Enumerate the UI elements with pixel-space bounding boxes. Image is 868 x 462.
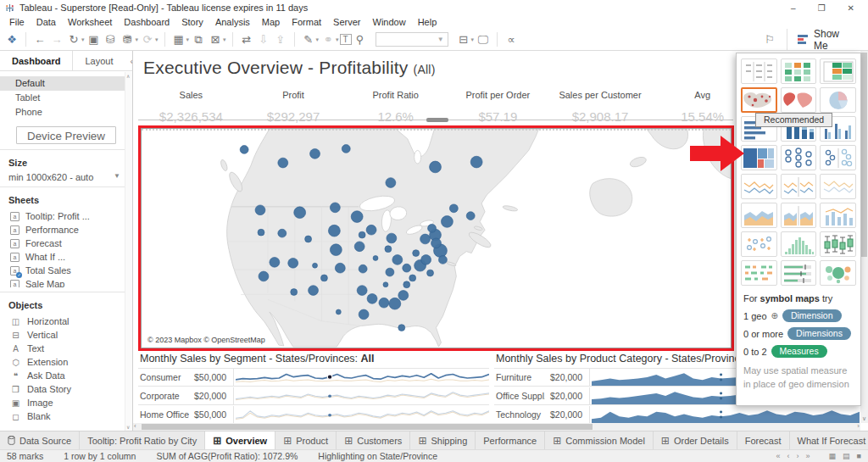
showme-lines-continuous[interactable] <box>741 174 777 199</box>
show-sheet-view-icon[interactable]: ■ <box>857 452 861 460</box>
show-tabs-view-icon[interactable]: ▦ <box>829 452 837 460</box>
scroll-up-icon[interactable]: ∧ <box>126 73 130 79</box>
tab-what-if-forecast[interactable]: What If Forecast <box>790 431 868 449</box>
menu-worksheet[interactable]: Worksheet <box>62 17 118 27</box>
object-blank[interactable]: ◻Blank <box>0 409 132 423</box>
showme-highlight-table[interactable] <box>781 58 817 84</box>
redo-button[interactable]: → <box>48 33 65 46</box>
save-button[interactable]: ▣ <box>86 33 103 46</box>
menu-story[interactable]: Story <box>175 17 209 27</box>
device-tablet[interactable]: Tablet <box>0 91 132 105</box>
device-phone[interactable]: Phone <box>0 105 132 120</box>
sheet-item[interactable]: aPerformance <box>0 223 132 237</box>
showme-bullet-graph[interactable] <box>781 260 817 286</box>
vertical-scrollbar[interactable]: ∨ <box>860 51 868 423</box>
tab-customers[interactable]: ⊞Customers <box>337 431 410 449</box>
size-select[interactable]: min 1000x620 - auto▼ <box>8 172 120 182</box>
showme-text-table[interactable] <box>741 58 777 84</box>
showme-dual-combination[interactable] <box>820 203 856 228</box>
scroll-right-icon[interactable]: › <box>857 422 860 430</box>
sort-ascending-button[interactable]: ⇩ <box>255 33 272 46</box>
first-story-point-icon[interactable]: « <box>776 452 781 460</box>
sidebar-scrollbar[interactable]: ∧∨ <box>125 72 132 431</box>
tab-order-details[interactable]: ⊞Order Details <box>654 431 737 449</box>
prev-story-point-icon[interactable]: ‹ <box>787 452 790 460</box>
tab-shipping[interactable]: ⊞Shipping <box>410 431 476 449</box>
show-me-button[interactable]: Show Me <box>787 29 868 50</box>
menu-data[interactable]: Data <box>31 17 62 27</box>
showme-pie-chart[interactable] <box>820 87 856 113</box>
segment-row-corporate[interactable]: Corporate$20,000 <box>138 387 489 405</box>
showme-lines-discrete[interactable] <box>781 174 817 199</box>
showme-packed-bubbles[interactable] <box>820 260 856 286</box>
sort-descending-button[interactable]: ⇪ <box>272 33 289 46</box>
showme-treemap[interactable] <box>741 145 777 170</box>
showme-histogram[interactable] <box>781 231 817 257</box>
fit-select[interactable]: ▼ <box>376 32 448 47</box>
collapse-pane-icon[interactable]: ‹ <box>125 56 134 66</box>
tab-tooltip-profit-ratio[interactable]: Tooltip: Profit Ratio by City <box>80 431 205 449</box>
maximize-button[interactable]: ❐ <box>818 3 826 13</box>
minimize-button[interactable]: – <box>791 3 796 13</box>
undo-button[interactable]: ← <box>31 33 48 46</box>
pause-updates-button[interactable]: ⛃ <box>120 33 136 46</box>
symbol-map[interactable]: © 2023 Mapbox © OpenStreetMap <box>141 128 732 348</box>
showme-symbol-map[interactable] <box>741 87 777 113</box>
menu-server[interactable]: Server <box>327 17 366 27</box>
share-button[interactable]: ∝ <box>503 33 520 46</box>
tab-product[interactable]: ⊞Product <box>275 431 337 449</box>
scrollbar-handle[interactable] <box>142 424 593 430</box>
duplicate-button[interactable]: ⧉ <box>190 33 207 47</box>
tab-forecast[interactable]: Forecast <box>737 431 790 449</box>
sheet-item[interactable]: aForecast <box>0 237 132 250</box>
scrollbar-handle[interactable] <box>861 53 867 257</box>
menu-map[interactable]: Map <box>256 17 286 27</box>
menu-format[interactable]: Format <box>286 17 327 27</box>
showme-box-and-whisker[interactable] <box>820 231 856 257</box>
object-vertical[interactable]: ⊟Vertical <box>0 328 132 342</box>
show-filmstrip-view-icon[interactable]: ▤ <box>843 452 850 460</box>
showme-gantt[interactable] <box>741 260 777 286</box>
object-horizontal[interactable]: ◫Horizontal <box>0 314 132 328</box>
menu-dashboard[interactable]: Dashboard <box>118 17 175 27</box>
object-text[interactable]: AText <box>0 342 132 355</box>
object-extension[interactable]: ⬡Extension <box>0 355 132 369</box>
tab-layout[interactable]: Layout <box>73 51 125 70</box>
scroll-down-icon[interactable]: ∨ <box>126 424 130 430</box>
swap-button[interactable]: ⇄ <box>238 33 255 46</box>
showme-side-by-side-circles[interactable] <box>820 145 856 170</box>
sheet-item[interactable]: a✓Total Sales <box>0 264 132 277</box>
sheet-item[interactable]: aSale Map <box>0 277 132 287</box>
tab-data-source[interactable]: Data Source <box>0 431 80 449</box>
close-button[interactable]: ✕ <box>848 3 854 13</box>
segment-row-consumer[interactable]: Consumer$50,000 <box>138 368 489 387</box>
device-default[interactable]: Default <box>0 76 132 91</box>
mark-labels-button[interactable]: T <box>340 34 352 45</box>
tableau-home-icon[interactable]: ❖ <box>3 33 20 46</box>
new-worksheet-button[interactable]: ▦ <box>170 33 187 46</box>
tab-commission-model[interactable]: ⊞Commission Model <box>545 431 654 449</box>
horizontal-scrollbar[interactable]: ‹› <box>133 423 860 431</box>
menu-window[interactable]: Window <box>367 17 412 27</box>
last-story-point-icon[interactable]: » <box>806 452 810 460</box>
category-row-technology[interactable]: Technology$20,000 <box>494 405 860 424</box>
showme-heat-map[interactable] <box>820 58 856 84</box>
replay-button[interactable]: ↻ <box>65 33 82 46</box>
run-update-button[interactable]: ⟳ <box>139 33 156 46</box>
placard-icon[interactable]: ⚐ <box>753 29 787 50</box>
object-data-story[interactable]: ❒Data Story <box>0 382 132 396</box>
object-ask-data[interactable]: ❝Ask Data <box>0 369 132 382</box>
fix-axes-button[interactable]: ⚲ <box>352 33 369 46</box>
tab-dashboard[interactable]: Dashboard <box>0 51 73 70</box>
next-story-point-icon[interactable]: › <box>797 452 799 460</box>
new-data-source-button[interactable]: ⛁ <box>103 33 120 46</box>
showme-circle-views[interactable] <box>781 145 817 170</box>
tab-performance[interactable]: Performance <box>476 431 545 449</box>
show-cards-button[interactable]: ⊟ <box>455 33 472 46</box>
device-preview-button[interactable]: Device Preview <box>16 126 116 144</box>
showme-scatter-plot[interactable] <box>741 231 777 257</box>
scroll-left-icon[interactable]: ‹ <box>134 422 136 430</box>
showme-filled-map[interactable] <box>781 87 817 113</box>
menu-file[interactable]: File <box>3 17 31 27</box>
menu-help[interactable]: Help <box>412 17 443 27</box>
